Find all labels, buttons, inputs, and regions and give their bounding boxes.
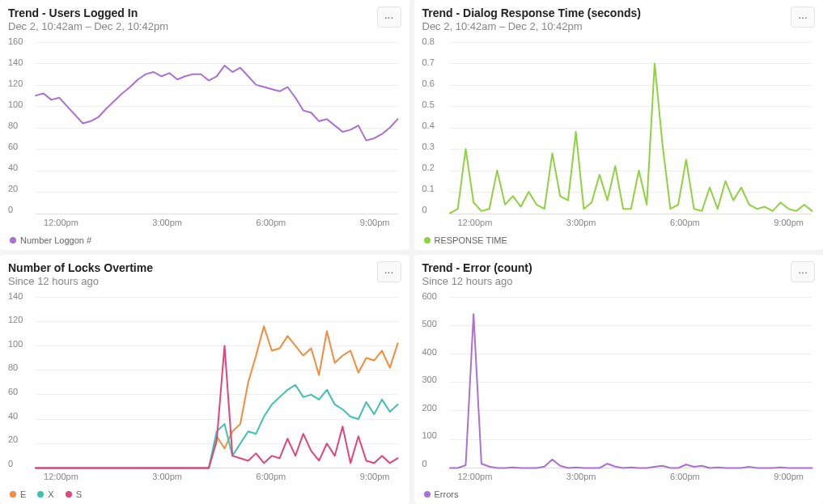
series-RESPONSE TIME	[450, 63, 812, 213]
panel-title: Trend - Dialog Response Time (seconds)	[422, 6, 641, 19]
legend-dot-icon	[424, 491, 431, 498]
legend-item: RESPONSE TIME	[424, 235, 507, 245]
legend-label: E	[20, 489, 26, 499]
series-Number Loggon #	[36, 66, 398, 141]
y-tick: 100	[8, 340, 36, 349]
chart-area: 16014012010080604020012:00pm3:00pm6:00pm…	[8, 37, 401, 232]
x-tick: 12:00pm	[458, 472, 493, 486]
panel-menu-button[interactable]: ···	[791, 261, 815, 282]
x-tick: 9:00pm	[360, 218, 390, 232]
y-tick: 20	[8, 435, 36, 444]
panel-title: Number of Locks Overtime	[8, 261, 153, 274]
legend-item: Number Loggon #	[10, 235, 91, 245]
y-tick: 40	[8, 163, 36, 172]
x-tick: 6:00pm	[670, 218, 700, 232]
x-tick: 6:00pm	[670, 472, 700, 486]
panel-response: Trend - Dialog Response Time (seconds)De…	[414, 0, 824, 250]
y-tick: 0.6	[422, 79, 450, 88]
y-tick: 80	[8, 363, 36, 372]
panel-menu-button[interactable]: ···	[377, 261, 401, 282]
legend-item: Errors	[424, 489, 459, 499]
chart-svg	[450, 297, 812, 468]
x-tick: 3:00pm	[152, 472, 182, 486]
chart-area: 0.80.70.60.50.40.30.20.1012:00pm3:00pm6:…	[422, 37, 816, 232]
y-tick: 60	[8, 388, 36, 396]
legend-label: Number Loggon #	[20, 235, 91, 245]
y-tick: 300	[422, 375, 450, 384]
legend-dot-icon	[37, 491, 44, 498]
y-tick: 0.1	[422, 184, 450, 193]
y-axis: 6005004003002001000	[422, 292, 450, 469]
y-tick: 0.2	[422, 163, 450, 172]
legend: Errors	[422, 486, 816, 499]
y-tick: 500	[422, 320, 450, 328]
legend: Number Loggon #	[8, 232, 401, 245]
y-tick: 100	[8, 100, 36, 109]
series-S	[36, 345, 398, 468]
x-tick: 3:00pm	[566, 472, 596, 486]
panel-title: Trend - Error (count)	[422, 261, 532, 274]
panel-users: Trend - Users Logged InDec 2, 10:42am – …	[0, 0, 409, 250]
y-tick: 400	[422, 348, 450, 357]
ellipsis-icon: ···	[384, 11, 394, 23]
y-tick: 0.8	[422, 37, 450, 46]
chart-svg	[36, 297, 398, 468]
ellipsis-icon: ···	[798, 266, 808, 277]
legend-label: RESPONSE TIME	[435, 235, 507, 245]
panel-menu-button[interactable]: ···	[377, 6, 401, 28]
x-tick: 12:00pm	[44, 472, 78, 486]
y-tick: 160	[8, 37, 36, 46]
y-tick: 0.3	[422, 142, 450, 151]
y-tick: 0	[8, 460, 36, 468]
dashboard-grid: Trend - Users Logged InDec 2, 10:42am – …	[0, 0, 823, 504]
legend-item: S	[66, 489, 82, 499]
series-Errors	[450, 314, 812, 468]
y-axis: 160140120100806040200	[8, 37, 36, 214]
legend-dot-icon	[10, 237, 16, 244]
panel-subtitle: Dec 2, 10:42am – Dec 2, 10:42pm	[422, 20, 641, 32]
legend-item: X	[37, 489, 53, 499]
x-tick: 9:00pm	[774, 472, 804, 486]
x-tick: 9:00pm	[360, 472, 390, 486]
x-axis: 12:00pm3:00pm6:00pm9:00pm	[450, 470, 812, 486]
chart-svg	[450, 42, 812, 214]
ellipsis-icon: ···	[798, 11, 808, 23]
chart-svg	[36, 42, 398, 214]
y-tick: 40	[8, 412, 36, 421]
legend: RESPONSE TIME	[422, 232, 816, 245]
x-tick: 3:00pm	[152, 218, 182, 232]
y-tick: 0	[422, 460, 450, 468]
legend-label: Errors	[435, 489, 459, 499]
x-axis: 12:00pm3:00pm6:00pm9:00pm	[36, 216, 398, 232]
y-tick: 0.7	[422, 58, 450, 67]
x-tick: 6:00pm	[257, 472, 286, 486]
legend-label: S	[76, 489, 82, 499]
y-axis: 0.80.70.60.50.40.30.20.10	[422, 37, 450, 214]
x-axis: 12:00pm3:00pm6:00pm9:00pm	[450, 216, 812, 232]
y-tick: 600	[422, 292, 450, 301]
legend-item: E	[10, 489, 26, 499]
x-tick: 12:00pm	[44, 218, 78, 232]
panel-errors: Trend - Error (count)Since 12 hours ago·…	[414, 255, 824, 505]
y-tick: 0	[8, 205, 36, 214]
panel-subtitle: Since 12 hours ago	[8, 275, 153, 287]
y-tick: 120	[8, 316, 36, 324]
y-tick: 140	[8, 58, 36, 67]
plot	[36, 42, 398, 214]
y-tick: 140	[8, 292, 36, 301]
legend-dot-icon	[10, 491, 16, 498]
y-tick: 60	[8, 142, 36, 151]
x-tick: 6:00pm	[257, 218, 286, 232]
legend-label: X	[48, 489, 53, 499]
legend-dot-icon	[66, 491, 72, 498]
plot	[36, 297, 398, 469]
panel-subtitle: Since 12 hours ago	[422, 275, 532, 287]
plot	[450, 297, 812, 469]
panel-subtitle: Dec 2, 10:42am – Dec 2, 10:42pm	[8, 20, 168, 32]
panel-menu-button[interactable]: ···	[791, 6, 815, 28]
chart-area: 14012010080604020012:00pm3:00pm6:00pm9:0…	[8, 292, 401, 487]
y-tick: 120	[8, 79, 36, 88]
chart-area: 600500400300200100012:00pm3:00pm6:00pm9:…	[422, 292, 816, 487]
plot	[450, 42, 812, 214]
y-tick: 100	[422, 431, 450, 440]
